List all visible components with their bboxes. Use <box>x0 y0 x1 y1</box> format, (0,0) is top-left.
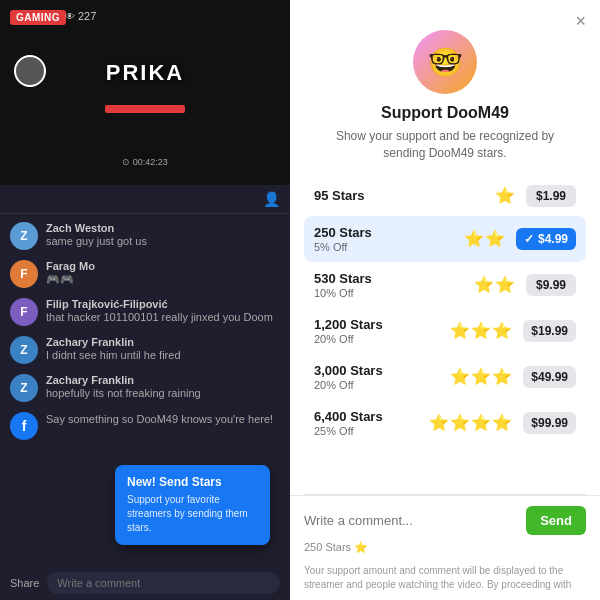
chat-text: I didnt see him until he fired <box>46 349 181 361</box>
star-option-1200[interactable]: 1,200 Stars 20% Off ⭐⭐⭐ $19.99 <box>304 308 586 354</box>
star-price[interactable]: $19.99 <box>523 320 576 342</box>
star-discount: 20% Off <box>314 333 440 345</box>
modal-input-section: Send 250 Stars ⭐ <box>290 495 600 560</box>
chat-username: Zachary Franklin <box>46 374 201 386</box>
star-icons: ⭐⭐ <box>464 229 506 248</box>
star-discount: 20% Off <box>314 379 440 391</box>
star-icons: ⭐ <box>495 186 516 205</box>
list-item: F Farag Mo 🎮🎮 <box>10 260 280 288</box>
star-option-3000[interactable]: 3,000 Stars 20% Off ⭐⭐⭐ $49.99 <box>304 354 586 400</box>
chat-username: Farag Mo <box>46 260 95 272</box>
chat-text: hopefully its not freaking raining <box>46 387 201 399</box>
avatar: Z <box>10 222 38 250</box>
star-icons: ⭐⭐ <box>474 275 516 294</box>
modal-avatar-section: 🤓 Support DooM49 Show your support and b… <box>290 30 600 176</box>
star-discount: 5% Off <box>314 241 454 253</box>
list-item: Z Zach Weston same guy just got us <box>10 222 280 250</box>
star-icons: ⭐⭐⭐ <box>450 367 513 386</box>
tooltip-popup: New! Send Stars Support your favorite st… <box>115 465 270 545</box>
list-item: f Say something so DooM49 knows you're h… <box>10 412 280 440</box>
chat-text: Say something so DooM49 knows you're her… <box>46 413 273 425</box>
modal-footer-text: Your support amount and comment will be … <box>290 560 600 600</box>
star-price[interactable]: $99.99 <box>523 412 576 434</box>
star-option-95[interactable]: 95 Stars ⭐ $1.99 <box>304 176 586 216</box>
stars-list: 95 Stars ⭐ $1.99 250 Stars 5% Off ⭐⭐ ✓ $… <box>290 176 600 494</box>
modal-title: Support DooM49 <box>381 104 509 122</box>
stars-comment-info: 250 Stars ⭐ <box>304 541 586 554</box>
star-icons: ⭐⭐⭐ <box>450 321 513 340</box>
tooltip-text: Support your favorite streamers by sendi… <box>127 493 258 535</box>
star-amount: 3,000 Stars <box>314 363 440 378</box>
avatar: Z <box>10 336 38 364</box>
star-option-6400[interactable]: 6,400 Stars 25% Off ⭐⭐⭐⭐ $99.99 <box>304 400 586 446</box>
star-amount: 530 Stars <box>314 271 464 286</box>
avatar: f <box>10 412 38 440</box>
chat-text: same guy just got us <box>46 235 147 247</box>
tooltip-title: New! Send Stars <box>127 475 258 489</box>
star-price[interactable]: $49.99 <box>523 366 576 388</box>
avatar: F <box>10 260 38 288</box>
close-button[interactable]: × <box>575 12 586 30</box>
star-option-530[interactable]: 530 Stars 10% Off ⭐⭐ $9.99 <box>304 262 586 308</box>
star-amount: 6,400 Stars <box>314 409 419 424</box>
star-amount: 250 Stars <box>314 225 454 240</box>
star-amount: 1,200 Stars <box>314 317 440 332</box>
chat-username: Zach Weston <box>46 222 147 234</box>
list-item: Z Zachary Franklin I didnt see him until… <box>10 336 280 364</box>
star-option-250[interactable]: 250 Stars 5% Off ⭐⭐ ✓ $4.99 <box>304 216 586 262</box>
modal-subtitle: Show your support and be recognized by s… <box>330 128 560 162</box>
star-amount: 95 Stars <box>314 188 485 203</box>
list-item: Z Zachary Franklin hopefully its not fre… <box>10 374 280 402</box>
right-panel: × 🤓 Support DooM49 Show your support and… <box>290 0 600 600</box>
share-button[interactable]: Share <box>10 577 39 589</box>
video-area: GAMING 👁 227 PRIKA ⊙ 00:42:23 <box>0 0 290 185</box>
star-price-selected[interactable]: ✓ $4.99 <box>516 228 576 250</box>
avatar: 🤓 <box>413 30 477 94</box>
comment-input[interactable] <box>304 513 518 528</box>
video-bar <box>105 105 185 113</box>
list-item: F Filip Trajković-Filipović that hacker … <box>10 298 280 326</box>
star-icons: ⭐⭐⭐⭐ <box>429 413 513 432</box>
viewer-count: 👁 227 <box>65 10 96 22</box>
chat-username: Filip Trajković-Filipović <box>46 298 273 310</box>
chat-icon[interactable]: 👤 <box>263 191 280 207</box>
stream-info: ⊙ 00:42:23 <box>122 157 168 167</box>
chat-text: that hacker 101100101 really jinxed you … <box>46 311 273 323</box>
send-button[interactable]: Send <box>526 506 586 535</box>
avatar: Z <box>10 374 38 402</box>
modal-header: × <box>290 0 600 30</box>
eye-icon: 👁 <box>65 11 75 22</box>
star-discount: 25% Off <box>314 425 419 437</box>
chat-username: Zachary Franklin <box>46 336 181 348</box>
video-title: PRIKA <box>106 60 184 86</box>
comment-input-row: Send <box>304 506 586 535</box>
comment-input-mini[interactable] <box>47 572 280 594</box>
gaming-badge: GAMING <box>10 10 66 25</box>
streamer-avatar <box>14 55 46 87</box>
chat-text: 🎮🎮 <box>46 273 95 286</box>
star-discount: 10% Off <box>314 287 464 299</box>
chat-header: 👤 <box>0 185 290 214</box>
bottom-bar: Share <box>0 566 290 600</box>
star-price[interactable]: $1.99 <box>526 185 576 207</box>
star-price[interactable]: $9.99 <box>526 274 576 296</box>
avatar: F <box>10 298 38 326</box>
left-panel: GAMING 👁 227 PRIKA ⊙ 00:42:23 👤 Z Zach W… <box>0 0 290 600</box>
